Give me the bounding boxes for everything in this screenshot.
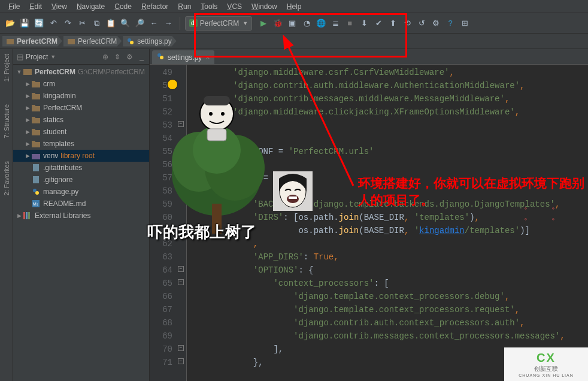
chevron-down-icon[interactable]: ▼ xyxy=(50,54,56,60)
tree-item[interactable]: ▶PerfectCRM xyxy=(13,102,149,114)
run-console-icon[interactable]: 🌐 xyxy=(314,17,328,30)
fold-open-icon[interactable]: − xyxy=(178,266,184,272)
run-coverage-icon[interactable]: ▣ xyxy=(286,17,299,30)
menu-view[interactable]: View xyxy=(47,1,72,12)
fold-close-icon[interactable]: − xyxy=(178,345,184,351)
run-config-selector[interactable]: dj PerfectCRM ▼ xyxy=(185,16,252,31)
fold-close-icon[interactable]: − xyxy=(178,358,184,364)
tree-item[interactable]: ▶crm xyxy=(13,78,149,90)
structure-icon[interactable]: ⊞ xyxy=(458,17,471,30)
line-number: 67 xyxy=(150,303,172,316)
code-line[interactable]: 'context_processors': [ xyxy=(193,277,588,290)
collapse-all-icon[interactable]: ⇕ xyxy=(113,53,122,61)
refresh-icon[interactable]: 🔄 xyxy=(32,17,46,30)
project-tree[interactable]: ▼ PerfectCRM G:\CRM\PerfectCRM ▶crm▶king… xyxy=(13,65,149,381)
settings-icon[interactable]: ⚙ xyxy=(429,17,442,30)
stop-icon[interactable]: ■ xyxy=(343,17,356,30)
line-number: 64 xyxy=(150,264,172,277)
tree-item[interactable]: ▶templates xyxy=(13,138,149,150)
tree-item[interactable]: ▶statics xyxy=(13,114,149,126)
tool-window-tab[interactable]: 1: Project xyxy=(2,52,11,84)
svg-rect-12 xyxy=(32,117,35,119)
tree-item[interactable]: ▶student xyxy=(13,126,149,138)
run-icon[interactable]: ▶ xyxy=(257,17,270,30)
menu-file[interactable]: File xyxy=(4,1,25,12)
breadcrumb-item[interactable]: PerfectCRM xyxy=(63,36,122,47)
code-line[interactable]: 'APP_DIRS': True, xyxy=(193,250,588,264)
find-icon[interactable]: 🔍 xyxy=(119,17,132,30)
save-all-icon[interactable]: 💾 xyxy=(18,17,31,30)
undo-icon[interactable]: ↶ xyxy=(47,17,60,30)
menu-tools[interactable]: Tools xyxy=(196,1,222,12)
tree-root[interactable]: ▼ PerfectCRM G:\CRM\PerfectCRM xyxy=(13,66,149,78)
menu-help[interactable]: Help xyxy=(282,1,307,12)
attach-icon[interactable]: ≣ xyxy=(329,17,342,30)
replace-icon[interactable]: 🔎 xyxy=(133,17,146,30)
gear-icon[interactable]: ⚙ xyxy=(125,53,134,61)
chevron-right-icon[interactable]: ▶ xyxy=(24,105,31,111)
tool-window-tab[interactable]: 7: Structure xyxy=(2,102,11,141)
paste-icon[interactable]: 📋 xyxy=(104,17,117,30)
code-line[interactable]: 'django.middleware.csrf.CsrfViewMiddlewa… xyxy=(193,66,588,79)
svg-point-37 xyxy=(209,112,213,116)
chevron-right-icon[interactable]: ▶ xyxy=(24,117,31,123)
project-tool-title[interactable]: Project xyxy=(26,53,48,61)
cut-icon[interactable]: ✂ xyxy=(75,17,89,30)
menu-refactor[interactable]: Refactor xyxy=(137,1,173,12)
chevron-right-icon[interactable]: ▶ xyxy=(16,213,23,219)
chevron-right-icon[interactable]: ▶ xyxy=(24,153,31,159)
profile-icon[interactable]: ◔ xyxy=(300,17,313,30)
open-icon[interactable]: 📂 xyxy=(4,17,17,30)
chevron-down-icon[interactable]: ▼ xyxy=(16,69,23,75)
tree-external-libraries[interactable]: ▶ External Libraries xyxy=(13,210,149,222)
copy-icon[interactable]: ⧉ xyxy=(90,17,103,30)
hide-icon[interactable]: ⎯ xyxy=(137,53,146,61)
revert-icon[interactable]: ↺ xyxy=(415,17,428,30)
tree-item[interactable]: manage.py xyxy=(13,186,149,198)
line-number: 71 xyxy=(150,356,172,369)
tree-item-label: manage.py xyxy=(43,188,78,196)
debug-icon[interactable]: 🐞 xyxy=(271,17,284,30)
back-icon[interactable]: ← xyxy=(147,17,160,30)
code-line[interactable]: 'django.template.context_processors.debu… xyxy=(193,290,588,303)
code-line[interactable]: 'django.contrib.messages.context_process… xyxy=(193,329,588,343)
vcs-push-icon[interactable]: ⬆ xyxy=(386,17,399,30)
watermark-logo: CX 创新互联 CHUANG XIN HU LIAN xyxy=(504,347,588,381)
chevron-right-icon[interactable]: ▶ xyxy=(24,81,31,87)
chevron-right-icon[interactable]: ▶ xyxy=(24,141,31,147)
vcs-history-icon[interactable]: ⟲ xyxy=(401,17,414,30)
vcs-commit-icon[interactable]: ✔ xyxy=(372,17,385,30)
menu-edit[interactable]: Edit xyxy=(25,1,47,12)
code-line[interactable]: 'OPTIONS': { xyxy=(193,264,588,277)
menu-code[interactable]: Code xyxy=(110,1,137,12)
menu-window[interactable]: Window xyxy=(247,1,282,12)
tree-item[interactable]: .gitignore xyxy=(13,174,149,186)
help-icon[interactable]: ? xyxy=(444,17,457,30)
close-icon[interactable]: × xyxy=(205,53,210,62)
line-number: 69 xyxy=(150,329,172,343)
tree-item[interactable]: ▶kingadmin xyxy=(13,90,149,102)
svg-rect-18 xyxy=(33,164,39,171)
breadcrumb-item[interactable]: settings.py xyxy=(123,36,176,47)
redo-icon[interactable]: ↷ xyxy=(61,17,74,30)
chevron-right-icon[interactable]: ▶ xyxy=(24,129,31,135)
code-line[interactable]: 'django.contrib.auth.context_processors.… xyxy=(193,316,588,329)
target-icon[interactable]: ⊕ xyxy=(101,53,110,61)
tool-window-tab[interactable]: 2: Favorites xyxy=(2,159,11,198)
code-line[interactable]: 'django.template.context_processors.requ… xyxy=(193,303,588,316)
chevron-right-icon[interactable]: ▶ xyxy=(24,93,31,99)
menu-vcs[interactable]: VCS xyxy=(222,1,247,12)
forward-icon[interactable]: → xyxy=(162,17,175,30)
tree-item[interactable]: .gitattributes xyxy=(13,162,149,174)
folder-icon xyxy=(31,81,41,87)
svg-rect-16 xyxy=(32,141,35,143)
editor-tab-label: settings.py xyxy=(168,53,202,62)
fold-open-icon[interactable]: − xyxy=(178,279,184,285)
menu-run[interactable]: Run xyxy=(173,1,196,12)
vcs-update-icon[interactable]: ⬇ xyxy=(357,17,371,30)
tree-item[interactable]: M↓README.md xyxy=(13,198,149,210)
breadcrumb-item[interactable]: PerfectCRM xyxy=(2,36,62,47)
editor-tab-settings[interactable]: settings.py × xyxy=(152,50,214,64)
menu-navigate[interactable]: Navigate xyxy=(72,1,110,12)
tree-item[interactable]: ▶venvlibrary root xyxy=(13,150,149,162)
